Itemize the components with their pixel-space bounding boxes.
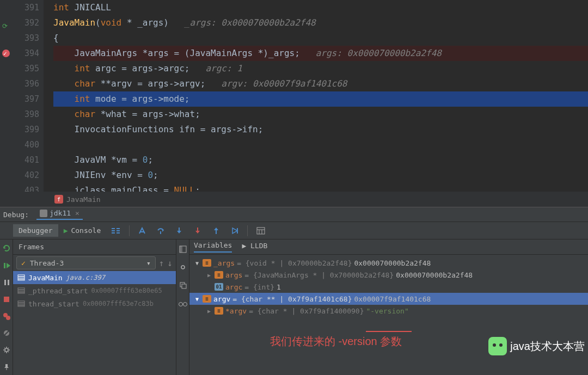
frame-item[interactable]: JavaMain java.c:397 <box>13 271 176 284</box>
step-over-icon[interactable] <box>151 225 170 237</box>
copy-icon[interactable] <box>179 281 187 291</box>
frame-item[interactable]: _pthread_start 0x00007fff63e80e65 <box>13 284 176 297</box>
variable-row[interactable]: 01 argc = {int} 1 <box>189 281 588 293</box>
debug-toolwindow-header: Debug: jdk11 × <box>0 207 588 222</box>
tab-console[interactable]: ▶ Console <box>58 224 107 237</box>
frame-list[interactable]: JavaMain java.c:397_pthread_start 0x0000… <box>13 271 176 375</box>
pin-icon[interactable] <box>3 362 10 373</box>
app-icon <box>40 210 47 217</box>
svg-rect-0 <box>112 228 115 229</box>
svg-rect-39 <box>18 292 24 293</box>
svg-rect-42 <box>18 305 24 306</box>
svg-rect-16 <box>4 263 5 268</box>
prev-frame-icon[interactable]: ↑ <box>159 258 164 268</box>
variable-row[interactable]: ▶≡ args = {JavaMainArgs * | 0x70000b2a2f… <box>189 269 588 281</box>
restore-layout-icon[interactable] <box>179 245 187 255</box>
next-frame-icon[interactable]: ↓ <box>167 258 173 268</box>
resume-icon[interactable] <box>3 261 10 272</box>
debug-side-toolbar <box>0 239 13 375</box>
svg-point-21 <box>6 316 10 320</box>
settings-icon[interactable] <box>3 346 10 356</box>
force-step-into-icon[interactable] <box>188 225 207 237</box>
variable-row[interactable]: ▼≡ _args = {void * | 0x70000b2a2f48} 0x0… <box>189 257 588 269</box>
svg-line-30 <box>8 352 9 352</box>
breadcrumb-function[interactable]: JavaMain <box>66 195 101 204</box>
variable-tree[interactable]: ▼≡ _args = {void * | 0x70000b2a2f48} 0x0… <box>189 255 588 375</box>
close-icon[interactable]: × <box>75 209 79 217</box>
svg-line-29 <box>4 348 5 348</box>
glasses-icon[interactable] <box>178 299 188 309</box>
svg-rect-1 <box>112 230 115 231</box>
svg-rect-5 <box>117 232 120 233</box>
svg-rect-12 <box>257 228 265 234</box>
svg-rect-36 <box>18 279 24 280</box>
svg-point-45 <box>181 266 185 269</box>
step-into-icon[interactable] <box>170 225 188 237</box>
stop-icon[interactable] <box>3 295 10 305</box>
mute-breakpoints-icon[interactable] <box>3 329 10 339</box>
svg-line-31 <box>4 352 5 352</box>
wechat-icon <box>488 337 507 355</box>
thread-selector[interactable]: ✓ Thread-3 ▾ <box>16 256 156 269</box>
tab-debugger[interactable]: Debugger <box>13 224 58 237</box>
show-execution-point-icon[interactable] <box>133 225 151 237</box>
frames-panel: Frames ✓ Thread-3 ▾ ↑ ↓ JavaMain java.c:… <box>13 239 176 375</box>
svg-rect-47 <box>182 284 186 288</box>
svg-rect-17 <box>4 280 6 285</box>
svg-rect-44 <box>180 246 182 253</box>
view-breakpoints-icon[interactable] <box>3 312 10 322</box>
svg-line-32 <box>8 348 9 348</box>
run-to-cursor-icon[interactable] <box>225 225 244 237</box>
annotation-underline <box>366 331 412 332</box>
svg-rect-18 <box>8 280 9 285</box>
function-icon: f <box>54 195 63 204</box>
svg-rect-37 <box>18 288 24 290</box>
variable-row[interactable]: ▶≡ *argv = {char * | 0x7f9af1400090} "-v… <box>189 305 588 317</box>
svg-rect-3 <box>117 228 120 229</box>
evaluate-expression-icon[interactable] <box>251 225 271 237</box>
threads-icon[interactable] <box>106 225 126 237</box>
play-icon: ▶ <box>64 226 68 235</box>
svg-rect-34 <box>18 275 24 276</box>
svg-rect-38 <box>18 290 24 292</box>
tab-lldb[interactable]: ▶ LLDB <box>242 242 267 252</box>
frame-item[interactable]: thread_start 0x00007fff63e7c83b <box>13 297 176 310</box>
settings-icon[interactable] <box>179 263 187 273</box>
svg-rect-2 <box>112 232 115 233</box>
debug-toolbar: Debugger ▶ Console <box>0 222 588 239</box>
debug-label: Debug: <box>3 211 29 219</box>
chevron-down-icon: ▾ <box>146 259 151 267</box>
svg-rect-35 <box>18 277 24 279</box>
step-out-icon[interactable] <box>207 225 225 237</box>
rerun-icon[interactable] <box>2 244 11 255</box>
watermark: java技术大本营 <box>488 337 585 355</box>
svg-rect-40 <box>18 301 24 303</box>
svg-point-48 <box>179 303 182 306</box>
svg-rect-4 <box>117 230 120 231</box>
svg-point-49 <box>183 303 187 306</box>
svg-rect-19 <box>4 297 9 302</box>
variables-toolbar <box>176 239 189 375</box>
code-lines[interactable]: int JNICALLJavaMain(void * _args) _args:… <box>44 0 588 192</box>
svg-rect-41 <box>18 303 24 305</box>
variable-row[interactable]: ▼≡ argv = {char ** | 0x7f9af1401c68} 0x0… <box>189 293 588 305</box>
code-editor: 391392⟳393394395396397398399400401402403… <box>0 0 588 207</box>
annotation-text: 我们传进来的 -version 参数 <box>270 334 402 349</box>
pause-icon[interactable] <box>3 278 10 288</box>
run-config-tab[interactable]: jdk11 × <box>36 209 83 220</box>
tab-variables[interactable]: Variables <box>194 241 232 253</box>
breadcrumb-bar: f JavaMain <box>0 192 588 207</box>
frames-header: Frames <box>19 243 44 251</box>
editor-gutter[interactable]: 391392⟳393394395396397398399400401402403 <box>0 0 44 192</box>
svg-point-24 <box>5 348 8 352</box>
